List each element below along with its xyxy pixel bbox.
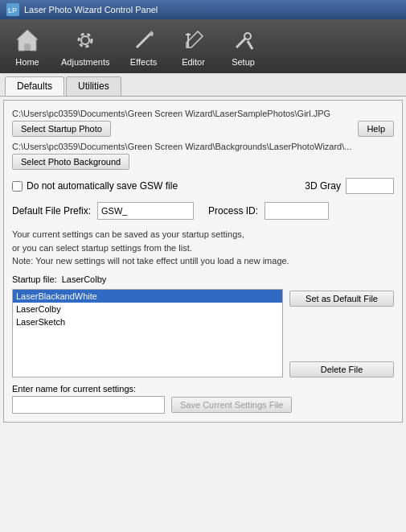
info-text: Your current settings can be saved as yo… [12, 228, 394, 268]
toolbar-item-adjustments[interactable]: Adjustments [53, 23, 118, 70]
save-current-settings-button[interactable]: Save Current Settings File [171, 397, 292, 413]
process-id-label: Process ID: [208, 205, 258, 217]
select-photo-background-button[interactable]: Select Photo Background [12, 154, 129, 170]
toolbar-adjustments-label: Adjustments [61, 57, 110, 67]
background-photo-controls: Select Photo Background [12, 154, 394, 170]
toolbar-item-home[interactable]: Home [3, 23, 51, 70]
background-photo-section: C:\Users\pc0359\Documents\Green Screen W… [12, 142, 394, 170]
tab-defaults[interactable]: Defaults [5, 76, 64, 96]
toolbar: Home Adjustments Effects E [0, 19, 406, 73]
prefix-process-row: Default File Prefix: Process ID: [12, 202, 394, 220]
file-list-container: LaserBlackandWhite LaserColby LaserSketc… [12, 289, 394, 377]
tab-utilities[interactable]: Utilities [66, 76, 121, 96]
svg-point-12 [244, 33, 251, 39]
default-file-prefix-label: Default File Prefix: [12, 205, 91, 217]
toolbar-setup-label: Setup [232, 57, 255, 67]
startup-photo-path: C:\Users\pc0359\Documents\Green Screen W… [12, 109, 394, 118]
auto-save-checkbox[interactable] [12, 181, 23, 192]
auto-save-label: Do not automatically save GSW file [27, 180, 178, 192]
pencil-icon [179, 26, 208, 55]
svg-line-6 [137, 33, 151, 47]
list-item-2[interactable]: LaserSketch [13, 315, 282, 328]
svg-line-11 [236, 38, 246, 47]
default-file-prefix-input[interactable] [97, 202, 194, 220]
enter-name-label: Enter name for current settings: [12, 384, 394, 394]
startup-file-label: Startup file: [12, 274, 57, 284]
process-id-input[interactable] [265, 202, 329, 220]
svg-point-4 [81, 36, 89, 44]
enter-name-controls: Save Current Settings File [12, 396, 394, 414]
title-bar-text: Laser Photo Wizard Control Panel [24, 5, 158, 14]
gear-icon [71, 26, 100, 55]
help-button[interactable]: Help [358, 121, 394, 137]
toolbar-item-editor[interactable]: Editor [170, 23, 218, 70]
title-bar: LP Laser Photo Wizard Control Panel [0, 0, 406, 19]
startup-file-value: LaserColby [62, 274, 107, 284]
startup-photo-section: C:\Users\pc0359\Documents\Green Screen W… [12, 109, 394, 137]
home-icon [13, 26, 42, 55]
startup-file-row: Startup file: LaserColby [12, 274, 394, 284]
svg-rect-3 [24, 44, 31, 51]
options-row: Do not automatically save GSW file 3D Gr… [12, 178, 394, 194]
tools-icon [229, 26, 258, 55]
svg-text:LP: LP [8, 6, 17, 14]
toolbar-item-effects[interactable]: Effects [120, 23, 168, 70]
delete-file-button[interactable]: Delete File [289, 361, 394, 377]
wand-icon [129, 26, 158, 55]
toolbar-editor-label: Editor [182, 57, 205, 67]
set-as-default-button[interactable]: Set as Default File [289, 291, 394, 307]
toolbar-item-setup[interactable]: Setup [219, 23, 268, 70]
select-startup-photo-button[interactable]: Select Startup Photo [12, 121, 111, 137]
three-d-gray-input[interactable] [346, 178, 394, 194]
list-item-0[interactable]: LaserBlackandWhite [13, 290, 282, 303]
background-photo-path: C:\Users\pc0359\Documents\Green Screen W… [12, 142, 394, 151]
app-icon: LP [6, 3, 19, 16]
main-content: Defaults Utilities C:\Users\pc0359\Docum… [0, 73, 406, 423]
three-d-gray-label: 3D Gray [305, 180, 341, 192]
toolbar-home-label: Home [15, 57, 39, 67]
startup-photo-controls: Select Startup Photo Help [12, 121, 394, 137]
defaults-panel: C:\Users\pc0359\Documents\Green Screen W… [3, 100, 403, 423]
file-list[interactable]: LaserBlackandWhite LaserColby LaserSketc… [12, 289, 283, 377]
enter-name-section: Enter name for current settings: Save Cu… [12, 384, 394, 414]
enter-name-input[interactable] [12, 396, 165, 414]
tab-bar: Defaults Utilities [0, 73, 406, 97]
svg-line-13 [248, 41, 252, 49]
toolbar-effects-label: Effects [130, 57, 157, 67]
list-buttons: Set as Default File Delete File [289, 289, 394, 377]
list-item-1[interactable]: LaserColby [13, 303, 282, 315]
